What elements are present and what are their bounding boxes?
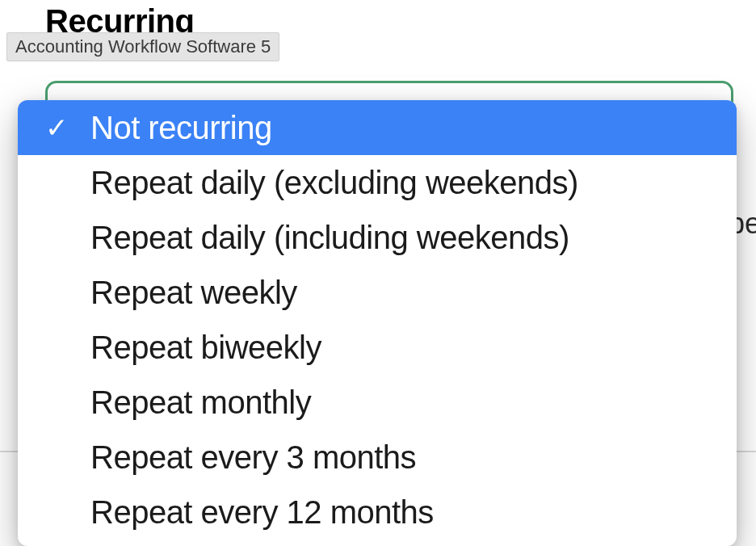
- recurring-dropdown-menu[interactable]: ✓ Not recurring Repeat daily (excluding …: [18, 100, 737, 546]
- dropdown-option-repeat-monthly[interactable]: Repeat monthly: [18, 375, 737, 430]
- dropdown-option-repeat-daily-incl[interactable]: Repeat daily (including weekends): [18, 210, 737, 265]
- dropdown-option-label: Repeat monthly: [90, 386, 311, 418]
- tooltip-app-name: Accounting Workflow Software 5: [6, 32, 279, 61]
- dropdown-option-label: Repeat daily (excluding weekends): [90, 166, 578, 199]
- dropdown-option-label: Repeat every 3 months: [90, 441, 416, 473]
- dropdown-option-repeat-weekly[interactable]: Repeat weekly: [18, 265, 737, 320]
- dropdown-option-repeat-biweekly[interactable]: Repeat biweekly: [18, 320, 737, 375]
- dropdown-option-label: Repeat every 12 months: [90, 496, 434, 528]
- dropdown-option-label: Repeat weekly: [90, 276, 297, 309]
- dropdown-option-repeat-12-months[interactable]: Repeat every 12 months: [18, 485, 737, 540]
- dropdown-option-not-recurring[interactable]: ✓ Not recurring: [18, 100, 737, 155]
- dropdown-option-label: Not recurring: [90, 111, 272, 144]
- dropdown-option-label: Repeat daily (including weekends): [90, 221, 569, 254]
- dropdown-option-repeat-3-months[interactable]: Repeat every 3 months: [18, 430, 737, 485]
- dropdown-option-repeat-daily-excl[interactable]: Repeat daily (excluding weekends): [18, 155, 737, 210]
- check-icon: ✓: [40, 111, 90, 144]
- dropdown-option-label: Repeat biweekly: [90, 331, 321, 363]
